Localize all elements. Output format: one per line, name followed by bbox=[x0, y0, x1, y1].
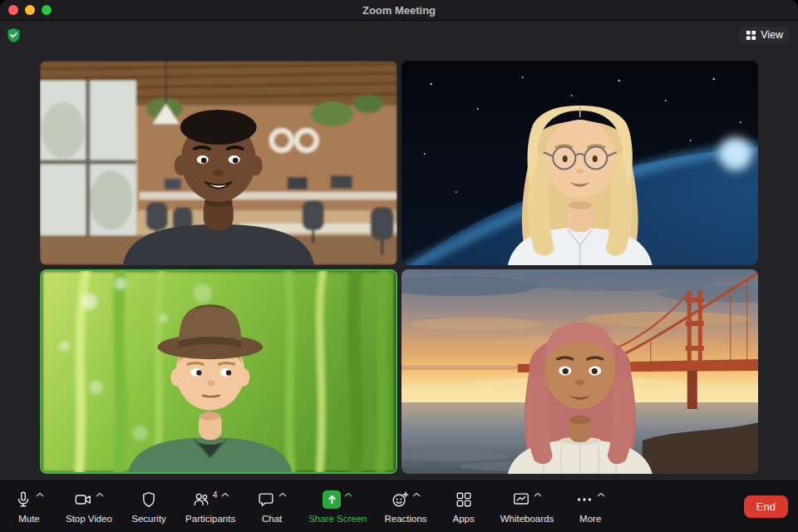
stop-video-button[interactable]: Stop Video bbox=[62, 489, 116, 525]
stop-video-label: Stop Video bbox=[66, 514, 112, 524]
more-ellipsis-icon bbox=[575, 490, 594, 509]
titlebar: Zoom Meeting bbox=[0, 0, 798, 21]
apps-button[interactable]: Apps bbox=[441, 489, 486, 525]
close-window-button[interactable] bbox=[8, 5, 18, 15]
video-grid bbox=[40, 61, 758, 474]
share-screen-icon bbox=[323, 490, 341, 509]
whiteboards-label: Whiteboards bbox=[500, 514, 554, 524]
chevron-up-icon[interactable] bbox=[221, 492, 229, 497]
shield-icon bbox=[140, 490, 158, 509]
chat-bubble-icon bbox=[257, 490, 275, 509]
view-label: View bbox=[761, 29, 783, 41]
microphone-icon bbox=[14, 490, 32, 509]
mute-button[interactable]: Mute bbox=[7, 489, 52, 525]
meeting-content: View bbox=[0, 21, 798, 480]
chevron-up-icon[interactable] bbox=[597, 492, 605, 497]
apps-grid-icon bbox=[455, 490, 473, 509]
window-controls bbox=[0, 5, 52, 15]
chat-label: Chat bbox=[262, 514, 282, 524]
encryption-shield-button[interactable] bbox=[7, 27, 21, 43]
chevron-up-icon[interactable] bbox=[344, 492, 352, 497]
meeting-toolbar: Mute Stop Video Security bbox=[0, 480, 798, 532]
grid-view-icon bbox=[746, 30, 756, 41]
video-tile-boy-field-active-speaker[interactable] bbox=[40, 269, 397, 474]
man-office-avatar bbox=[40, 61, 397, 265]
participants-count-badge: 4 bbox=[213, 490, 218, 500]
minimize-window-button[interactable] bbox=[25, 5, 35, 15]
chevron-up-icon[interactable] bbox=[36, 492, 44, 497]
window-title: Zoom Meeting bbox=[0, 4, 798, 17]
video-camera-icon bbox=[74, 490, 92, 509]
chevron-up-icon[interactable] bbox=[96, 492, 104, 497]
encryption-shield-icon bbox=[7, 27, 21, 43]
more-label: More bbox=[579, 514, 601, 524]
apps-label: Apps bbox=[453, 514, 475, 524]
zoom-meeting-window: Zoom Meeting View bbox=[0, 0, 798, 532]
whiteboards-button[interactable]: Whiteboards bbox=[497, 489, 558, 525]
view-button[interactable]: View bbox=[739, 27, 790, 43]
chevron-up-icon[interactable] bbox=[278, 492, 287, 497]
reactions-smiley-icon bbox=[391, 490, 409, 509]
woman-space-avatar bbox=[401, 61, 759, 265]
security-label: Security bbox=[131, 514, 166, 524]
whiteboard-icon bbox=[512, 490, 530, 509]
share-screen-button[interactable]: Share Screen bbox=[305, 489, 370, 525]
chevron-up-icon[interactable] bbox=[412, 492, 421, 497]
participants-icon bbox=[192, 490, 210, 509]
end-meeting-button[interactable]: End bbox=[744, 495, 788, 518]
share-screen-label: Share Screen bbox=[308, 514, 367, 524]
chevron-up-icon[interactable] bbox=[534, 492, 542, 497]
video-tile-woman-space[interactable] bbox=[401, 61, 759, 265]
boy-field-avatar bbox=[42, 271, 396, 472]
reactions-button[interactable]: Reactions bbox=[381, 489, 430, 525]
fullscreen-window-button[interactable] bbox=[42, 5, 52, 15]
woman-bridge-avatar bbox=[401, 269, 759, 474]
more-button[interactable]: More bbox=[568, 489, 613, 525]
participants-label: Participants bbox=[185, 514, 235, 524]
chat-button[interactable]: Chat bbox=[249, 489, 294, 525]
video-tile-woman-bridge[interactable] bbox=[401, 269, 759, 474]
security-button[interactable]: Security bbox=[126, 489, 171, 525]
reactions-label: Reactions bbox=[384, 514, 426, 524]
participants-button[interactable]: 4 Participants bbox=[182, 489, 239, 525]
mute-label: Mute bbox=[18, 514, 40, 524]
video-tile-man-office[interactable] bbox=[40, 61, 397, 265]
